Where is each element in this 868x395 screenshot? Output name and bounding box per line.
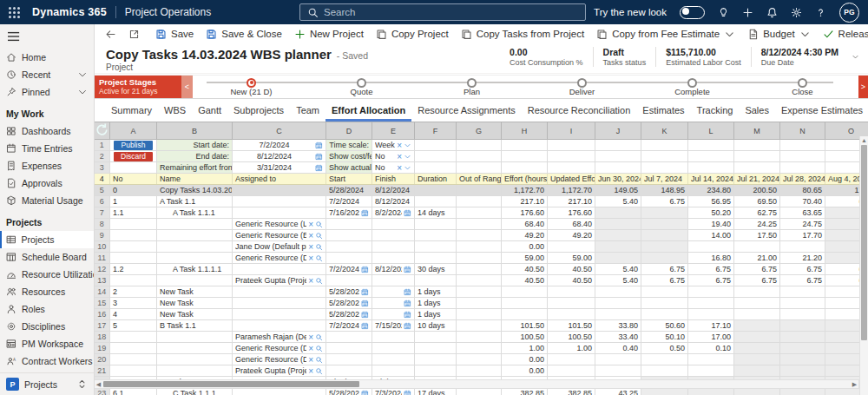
week-effort-cell[interactable]	[688, 365, 734, 377]
effort-hours-cell[interactable]: 101.50	[502, 320, 548, 332]
control-option-value-cell[interactable]: Week×	[372, 140, 415, 151]
out-of-range-cell[interactable]	[457, 320, 502, 332]
task-no-cell[interactable]	[110, 343, 157, 354]
week-effort-cell[interactable]	[780, 365, 825, 377]
effort-hours-cell[interactable]: 0.00	[502, 365, 548, 377]
clear-icon[interactable]: ×	[308, 232, 313, 240]
effort-hours-cell[interactable]	[502, 309, 548, 320]
grid-cell[interactable]	[780, 151, 825, 162]
week-effort-cell[interactable]	[734, 309, 780, 320]
week-effort-cell[interactable]	[641, 230, 688, 241]
row-number[interactable]: 20	[95, 354, 110, 365]
column-header-H[interactable]: H	[502, 122, 548, 140]
effort-hours-cell[interactable]	[502, 286, 548, 298]
updated-effort-cell[interactable]	[548, 365, 595, 377]
lookup-search-icon[interactable]	[315, 243, 323, 251]
task-name-cell[interactable]	[157, 365, 233, 377]
duration-cell[interactable]	[415, 219, 457, 230]
grid-cell[interactable]	[734, 140, 780, 151]
assigned-to-cell[interactable]: Generic Resource (Default×	[233, 343, 326, 354]
grid-cell[interactable]	[415, 151, 457, 162]
effort-hours-cell[interactable]: 217.10	[502, 196, 548, 207]
copy-tasks-from-project-button[interactable]: Copy Tasks from Project	[455, 24, 590, 43]
week-effort-cell[interactable]	[595, 230, 641, 241]
row-number[interactable]: 14	[95, 286, 110, 298]
week-effort-cell[interactable]: 148.95	[641, 185, 688, 196]
week-effort-cell[interactable]	[688, 309, 734, 320]
process-stage-new[interactable]: New (21 D)	[196, 76, 306, 98]
assigned-to-cell[interactable]: Generic Resource (Electrical×	[233, 230, 326, 241]
task-no-cell[interactable]: 5	[110, 320, 157, 332]
out-of-range-cell[interactable]	[457, 286, 502, 298]
week-effort-cell[interactable]: 0.40	[595, 343, 641, 354]
start-date-cell[interactable]	[326, 253, 372, 264]
date-picker-icon[interactable]	[404, 390, 411, 395]
assigned-to-cell[interactable]	[233, 185, 326, 196]
week-effort-cell[interactable]	[688, 298, 734, 309]
week-effort-cell[interactable]	[780, 332, 825, 343]
updated-effort-cell[interactable]: 40.50	[548, 275, 595, 286]
out-of-range-cell[interactable]	[457, 207, 502, 219]
scroll-right-arrow[interactable]: ▶	[851, 381, 858, 388]
column-header-B[interactable]: B	[157, 122, 233, 140]
task-no-cell[interactable]: 0	[110, 185, 157, 196]
out-of-range-cell[interactable]	[457, 354, 502, 365]
out-of-range-cell[interactable]	[457, 332, 502, 343]
week-effort-cell[interactable]: 19.40	[688, 219, 734, 230]
week-effort-cell[interactable]	[595, 219, 641, 230]
sidebar-item-disciplines[interactable]: Disciplines	[0, 318, 94, 335]
start-date-cell[interactable]: 5/28/2024	[326, 185, 372, 196]
grid-cell[interactable]	[688, 140, 734, 151]
lookup-search-icon[interactable]	[315, 221, 323, 228]
grid-cell[interactable]	[641, 140, 688, 151]
scroll-up-arrow[interactable]: ▲	[860, 136, 868, 144]
updated-effort-cell[interactable]	[548, 354, 595, 365]
week-effort-cell[interactable]: 62.75	[734, 207, 780, 219]
grid-cell[interactable]	[734, 162, 780, 174]
row-number[interactable]: 17	[95, 320, 110, 332]
help-icon[interactable]	[815, 7, 826, 18]
week-effort-cell[interactable]: 24.75	[780, 219, 825, 230]
week-effort-cell[interactable]: 17.50	[734, 230, 780, 241]
process-stage-deliver[interactable]: Deliver	[527, 76, 637, 98]
date-picker-icon[interactable]	[361, 390, 369, 395]
tab-sales[interactable]: Sales	[739, 105, 775, 122]
process-stage-banner[interactable]: Project Stages Active for 21 days	[94, 76, 181, 98]
week-effort-cell[interactable]: 6.75	[641, 264, 688, 275]
lookup-search-icon[interactable]	[315, 367, 323, 375]
week-effort-cell[interactable]: 50.20	[688, 207, 734, 219]
week-effort-cell[interactable]	[595, 253, 641, 264]
grid-cell[interactable]	[415, 140, 457, 151]
control-option-value-cell[interactable]: No×	[372, 151, 415, 162]
row-number[interactable]: 2	[95, 151, 110, 162]
date-picker-icon[interactable]	[404, 266, 411, 273]
updated-effort-cell[interactable]: 1,172.70	[548, 185, 595, 196]
week-effort-cell[interactable]: 6.75	[641, 275, 688, 286]
finish-date-cell[interactable]: 8/2/2024	[372, 207, 415, 219]
week-effort-cell[interactable]: 24.25	[734, 219, 780, 230]
finish-date-cell[interactable]	[372, 354, 415, 365]
sidebar-item-pm-workspace[interactable]: PM Workspace	[0, 335, 94, 352]
task-name-cell[interactable]	[157, 343, 233, 354]
updated-effort-cell[interactable]	[548, 286, 595, 298]
start-date-cell[interactable]	[326, 230, 372, 241]
week-effort-cell[interactable]	[641, 365, 688, 377]
week-effort-cell[interactable]: 5.40	[595, 196, 641, 207]
clear-icon[interactable]: ×	[308, 356, 313, 364]
date-picker-icon[interactable]	[361, 288, 369, 296]
out-of-range-cell[interactable]	[457, 298, 502, 309]
out-of-range-cell[interactable]	[457, 343, 502, 354]
duration-cell[interactable]	[415, 185, 457, 196]
start-date-cell[interactable]: 7/2/2024	[326, 196, 372, 207]
column-header-A[interactable]: A	[110, 122, 157, 140]
sidebar-item-resources[interactable]: Resources	[0, 283, 94, 300]
grid-cell[interactable]	[548, 140, 595, 151]
duration-cell[interactable]: 30 days	[415, 264, 457, 275]
clear-icon[interactable]: ×	[308, 367, 313, 375]
assigned-to-cell[interactable]: Generic Resource (Default×	[233, 354, 326, 365]
effort-hours-cell[interactable]: 40.50	[502, 264, 548, 275]
process-stage-close[interactable]: Close	[747, 76, 858, 98]
week-effort-cell[interactable]: 6.75	[780, 264, 825, 275]
out-of-range-cell[interactable]	[457, 230, 502, 241]
column-header-C[interactable]: C	[233, 122, 326, 140]
